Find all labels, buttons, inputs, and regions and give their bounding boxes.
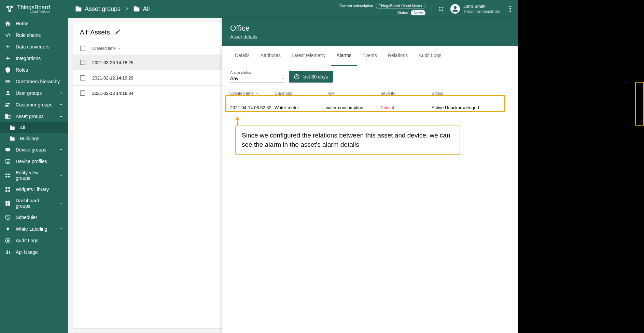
topbar: Asset groups > All Current subscriptionT… — [68, 0, 518, 18]
breadcrumb-label: Asset groups — [85, 5, 121, 13]
user-role: Tenant administrator — [463, 9, 501, 14]
checkbox[interactable] — [80, 90, 85, 96]
column-label[interactable]: Severity — [380, 91, 432, 96]
breadcrumb-label: All — [143, 5, 150, 13]
annotation-callout: Since we configured the relations betwee… — [235, 126, 460, 155]
svg-rect-9 — [9, 174, 10, 175]
sidebar-label: Entity view groups — [16, 170, 54, 181]
sidebar-item-home[interactable]: Home — [0, 18, 68, 29]
checkbox[interactable] — [80, 75, 85, 81]
sidebar-label: Customers hierarchy — [16, 79, 60, 84]
checkbox[interactable] — [80, 60, 85, 65]
page-title: All: Assets — [80, 29, 110, 36]
sidebar-item-rule-chains[interactable]: Rule chains — [0, 29, 68, 41]
column-label[interactable]: Type — [326, 91, 380, 96]
tab-relations[interactable]: Relations — [382, 46, 413, 66]
sidebar-item-device-profiles[interactable]: DDevice profiles — [0, 156, 68, 167]
sidebar-label: Device groups — [16, 147, 46, 153]
tab-attributes[interactable]: Attributes — [255, 46, 286, 66]
sidebar-item-roles[interactable]: Roles — [0, 64, 68, 76]
annotation-highlight-right — [635, 82, 644, 126]
svg-rect-14 — [5, 190, 7, 192]
svg-point-22 — [7, 240, 9, 242]
sidebar-item-device-groups[interactable]: Device groups — [0, 144, 68, 156]
svg-rect-12 — [5, 187, 7, 189]
sidebar-item-dashboard-groups[interactable]: Dashboard groups — [0, 195, 68, 212]
rule-chains-icon — [5, 32, 11, 38]
integrations-icon — [5, 55, 11, 61]
tab-audit-logs[interactable]: Audit Logs — [413, 46, 447, 66]
svg-rect-8 — [5, 174, 7, 175]
tab-alarms[interactable]: Alarms — [331, 46, 357, 66]
svg-text:D: D — [7, 160, 9, 163]
sidebar-item-customers-hierarchy[interactable]: Customers hierarchy — [0, 76, 68, 87]
cell-time: 2021-02-12 14:19:29 — [92, 75, 222, 81]
tab-details[interactable]: Details — [229, 46, 255, 66]
arrow-down-icon — [255, 91, 259, 96]
subscription-status: Current subscriptionThingsBoard Cloud Ma… — [339, 3, 425, 15]
sidebar-item-customer-groups[interactable]: Customer groups — [0, 99, 68, 111]
cell-time: 2021-04-14 08:52:52 — [230, 105, 275, 110]
sidebar-item-widgets-library[interactable]: Widgets Library — [0, 184, 68, 195]
checkbox-all[interactable] — [80, 46, 85, 51]
logo-icon — [5, 4, 14, 14]
sidebar-label: Customer groups — [16, 102, 52, 107]
subscription-plan[interactable]: ThingsBoard Cloud Maker — [376, 3, 425, 9]
fullscreen-icon[interactable] — [438, 6, 444, 12]
svg-rect-10 — [5, 176, 7, 178]
svg-rect-13 — [9, 187, 10, 189]
sidebar-item-api-usage[interactable]: Api Usage — [0, 246, 68, 258]
brand-logo[interactable]: ThingsBoard Cloud Platform — [0, 0, 68, 18]
user-menu[interactable]: John SmithTenant administrator — [450, 4, 501, 14]
sidebar-item-audit-logs[interactable]: Audit Logs — [0, 235, 68, 246]
chevron-down-icon — [59, 91, 64, 96]
sidebar-label: Roles — [16, 67, 28, 73]
chevron-down-icon — [59, 201, 64, 206]
svg-rect-16 — [5, 201, 8, 204]
asset-groups-icon — [5, 113, 11, 119]
time-range-chip[interactable]: last 30 days — [289, 71, 333, 83]
sidebar-item-buildings[interactable]: Buildings — [0, 133, 68, 144]
tab-latest-telemetry[interactable]: Latest telemetry — [286, 46, 331, 66]
alarm-status-filter[interactable]: Alarm status Any — [230, 70, 285, 83]
sidebar-item-integrations[interactable]: Integrations — [0, 53, 68, 64]
column-header-created[interactable]: Created time — [230, 91, 275, 96]
column-label[interactable]: Status — [432, 91, 486, 96]
breadcrumb-asset-groups[interactable]: Asset groups — [75, 5, 121, 13]
chevron-down-icon — [59, 173, 64, 178]
column-label[interactable]: Originator — [275, 91, 326, 96]
filter-label: Alarm status — [230, 70, 285, 74]
pencil-icon — [115, 29, 121, 35]
sidebar-item-entity-view-groups[interactable]: Entity view groups — [0, 167, 68, 184]
sidebar-item-user-groups[interactable]: User groups — [0, 87, 68, 99]
edit-button[interactable] — [115, 29, 121, 36]
dropdown-icon — [281, 77, 285, 80]
user-groups-icon — [5, 90, 11, 96]
svg-point-26 — [454, 6, 457, 9]
widgets-icon — [5, 186, 11, 192]
sidebar-label: Audit Logs — [16, 238, 38, 243]
breadcrumb-all[interactable]: All — [133, 5, 150, 13]
subscription-status-label: Status — [397, 11, 408, 15]
column-label: Created time — [230, 91, 254, 96]
column-header-created[interactable]: Created time — [92, 46, 222, 51]
sidebar-item-all[interactable]: All — [0, 122, 68, 133]
hierarchy-icon — [5, 78, 11, 85]
sidebar-item-white-labeling[interactable]: White Labeling — [0, 223, 68, 235]
home-icon — [5, 20, 11, 27]
subscription-status-badge: Active — [411, 10, 425, 15]
sidebar-item-asset-groups[interactable]: Asset groups — [0, 111, 68, 122]
sidebar-item-data-converters[interactable]: Data converters — [0, 41, 68, 53]
svg-rect-19 — [8, 203, 10, 206]
chevron-down-icon — [59, 227, 64, 231]
sidebar-item-scheduler[interactable]: Scheduler — [0, 212, 68, 223]
tab-events[interactable]: Events — [357, 46, 382, 66]
building-icon — [133, 5, 140, 12]
sidebar-label: White Labeling — [16, 226, 47, 232]
more-menu-icon[interactable] — [509, 6, 511, 12]
avatar — [450, 4, 460, 14]
cell-severity: Critical — [380, 105, 432, 110]
user-name: John Smith — [463, 4, 501, 9]
building-icon — [10, 125, 15, 130]
white-labeling-icon — [5, 226, 11, 232]
